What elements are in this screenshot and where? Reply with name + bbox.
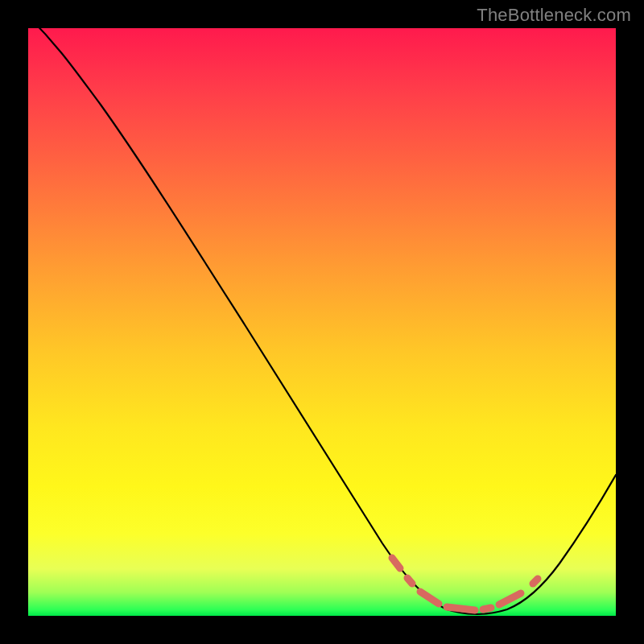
watermark-text: TheBottleneck.com xyxy=(477,5,631,26)
svg-line-1 xyxy=(407,578,412,584)
svg-line-4 xyxy=(483,608,491,609)
plot-area xyxy=(28,28,616,616)
curve-layer xyxy=(28,28,616,616)
optimal-zone-dashes xyxy=(392,558,538,610)
svg-line-3 xyxy=(447,607,475,610)
svg-line-0 xyxy=(392,558,400,568)
bottleneck-curve xyxy=(28,16,616,614)
svg-line-2 xyxy=(420,592,439,604)
chart-frame: TheBottleneck.com xyxy=(0,0,644,644)
svg-line-6 xyxy=(533,579,538,584)
svg-line-5 xyxy=(499,593,521,605)
